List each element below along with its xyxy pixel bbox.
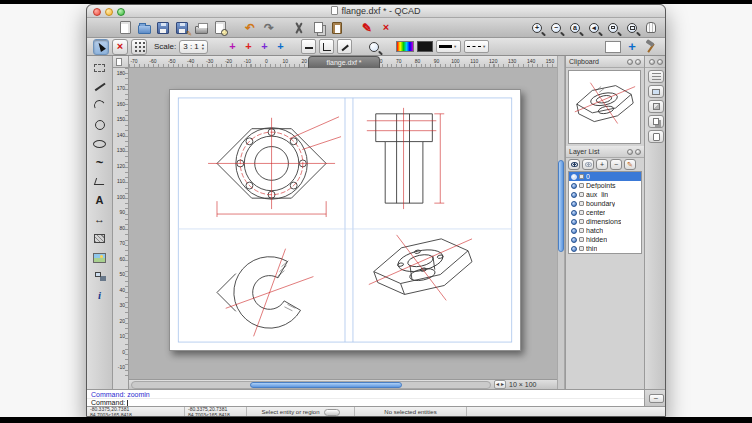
- layer-row-boundary[interactable]: boundary: [569, 199, 641, 208]
- layer-lock-icon[interactable]: [579, 210, 584, 215]
- layer-visibility-icon[interactable]: [571, 174, 577, 180]
- command-input[interactable]: Command:: [87, 398, 644, 406]
- deselect-all-button[interactable]: ×: [112, 39, 128, 55]
- collapse-command-button[interactable]: −: [649, 394, 664, 403]
- drawing-canvas[interactable]: [129, 68, 557, 379]
- previous-view-button[interactable]: ◂: [586, 20, 602, 36]
- crosshair-toggle-button[interactable]: +: [624, 39, 640, 55]
- toggle-layer-list-button[interactable]: [648, 85, 664, 98]
- edit-button[interactable]: ✎: [359, 20, 375, 36]
- layer-visibility-icon[interactable]: [571, 192, 577, 198]
- linetype-dropdown[interactable]: ▾: [464, 40, 489, 53]
- vertical-scrollbar[interactable]: [557, 56, 565, 389]
- scale-dropdown[interactable]: 3 : 1 ▴▾: [179, 40, 208, 54]
- panel-close-button[interactable]: [635, 59, 641, 65]
- cut-button[interactable]: [291, 20, 307, 36]
- scroll-left-icon[interactable]: ◂: [496, 381, 499, 388]
- select-tool-button[interactable]: [90, 59, 110, 76]
- delete-button[interactable]: ×: [378, 20, 394, 36]
- layer-row-0[interactable]: 0: [569, 172, 641, 181]
- line-tool-button[interactable]: [90, 78, 110, 95]
- print-button[interactable]: [193, 20, 209, 36]
- restrict-orthogonal-button[interactable]: [319, 39, 334, 54]
- snap-endpoint-button[interactable]: +: [258, 41, 271, 52]
- current-color-swatch[interactable]: [417, 41, 433, 52]
- scroll-right-icon[interactable]: ▸: [501, 381, 504, 388]
- toggle-library-browser-button[interactable]: [648, 115, 664, 128]
- clipboard-panel-header[interactable]: Clipboard: [566, 56, 644, 68]
- snap-center-button[interactable]: +: [274, 41, 287, 52]
- print-preview-button[interactable]: [212, 20, 228, 36]
- block-tool-button[interactable]: [90, 268, 110, 285]
- remove-layer-button[interactable]: −: [610, 159, 622, 170]
- restrict-horizontal-button[interactable]: [301, 39, 316, 54]
- layer-lock-icon[interactable]: [579, 174, 584, 179]
- polyline-tool-button[interactable]: [90, 173, 110, 190]
- save-as-button[interactable]: ✎: [174, 20, 190, 36]
- layer-row-hidden[interactable]: hidden: [569, 235, 641, 244]
- layer-visibility-icon[interactable]: [571, 201, 577, 207]
- paper-sheet[interactable]: [169, 89, 521, 351]
- new-file-button[interactable]: [117, 20, 133, 36]
- layer-row-hatch[interactable]: hatch: [569, 226, 641, 235]
- panel-close-button[interactable]: [635, 149, 641, 155]
- scroll-steppers[interactable]: ◂ ▸: [494, 380, 506, 389]
- vertical-scrollbar-thumb[interactable]: [558, 160, 564, 252]
- toggle-block-list-button[interactable]: [648, 100, 664, 113]
- undo-button[interactable]: ↶: [242, 20, 258, 36]
- copy-button[interactable]: [310, 20, 326, 36]
- hatch-tool-button[interactable]: [90, 230, 110, 247]
- layer-visibility-icon[interactable]: [571, 246, 577, 252]
- auto-zoom-button[interactable]: a: [567, 20, 583, 36]
- color-dropdown[interactable]: [396, 41, 414, 52]
- zoom-window-button[interactable]: [117, 8, 125, 16]
- layer-lock-icon[interactable]: [579, 219, 584, 224]
- info-tool-button[interactable]: i: [90, 287, 110, 304]
- edit-layer-button[interactable]: ✎: [624, 159, 636, 170]
- layer-lock-icon[interactable]: [579, 192, 584, 197]
- horizontal-scrollbar-thumb[interactable]: [250, 382, 402, 388]
- window-zoom-button[interactable]: [605, 20, 621, 36]
- panel-detach-button[interactable]: [627, 149, 633, 155]
- layer-row-center[interactable]: center: [569, 208, 641, 217]
- show-all-layers-button[interactable]: [568, 159, 580, 170]
- selection-tool-button[interactable]: [93, 39, 109, 55]
- titlebar[interactable]: flange.dxf * - QCAD: [87, 5, 665, 18]
- layer-lock-icon[interactable]: [579, 183, 584, 188]
- close-window-button[interactable]: [93, 8, 101, 16]
- layer-lock-icon[interactable]: [579, 201, 584, 206]
- ellipse-tool-button[interactable]: [90, 135, 110, 152]
- open-file-button[interactable]: [136, 20, 152, 36]
- redo-button[interactable]: ↷: [261, 20, 277, 36]
- dock-close-button[interactable]: [657, 59, 663, 65]
- toggle-clipboard-button[interactable]: [648, 130, 664, 143]
- spline-tool-button[interactable]: ~: [90, 154, 110, 171]
- layer-row-aux_lin[interactable]: aux_lin: [569, 190, 641, 199]
- zoom-selection-button[interactable]: [624, 20, 640, 36]
- background-color-swatch[interactable]: [605, 41, 621, 53]
- restrict-angle-button[interactable]: [337, 39, 352, 54]
- layer-lock-icon[interactable]: [579, 237, 584, 242]
- dock-button[interactable]: [649, 59, 655, 65]
- layer-row-Defpoints[interactable]: Defpoints: [569, 181, 641, 190]
- circle-tool-button[interactable]: [90, 116, 110, 133]
- layer-list-panel-header[interactable]: Layer List: [566, 146, 644, 158]
- layer-visibility-icon[interactable]: [571, 183, 577, 189]
- add-layer-button[interactable]: +: [596, 159, 608, 170]
- snap-grid-button[interactable]: +: [242, 41, 255, 52]
- layer-row-thin[interactable]: thin: [569, 244, 641, 253]
- zoom-out-button[interactable]: −: [548, 20, 564, 36]
- pan-button[interactable]: [643, 20, 659, 36]
- layer-visibility-icon[interactable]: [571, 237, 577, 243]
- redraw-button[interactable]: [366, 39, 382, 55]
- document-tab[interactable]: flange.dxf *: [308, 56, 380, 68]
- horizontal-scrollbar[interactable]: [131, 381, 491, 389]
- layer-visibility-icon[interactable]: [571, 210, 577, 216]
- layer-lock-icon[interactable]: [579, 228, 584, 233]
- grid-toggle-button[interactable]: [131, 39, 147, 55]
- toggle-property-editor-button[interactable]: [648, 70, 664, 83]
- layer-lock-icon[interactable]: [579, 246, 584, 251]
- layer-row-dimensions[interactable]: dimensions: [569, 217, 641, 226]
- arc-tool-button[interactable]: [90, 97, 110, 114]
- dimension-tool-button[interactable]: ↔: [90, 211, 110, 228]
